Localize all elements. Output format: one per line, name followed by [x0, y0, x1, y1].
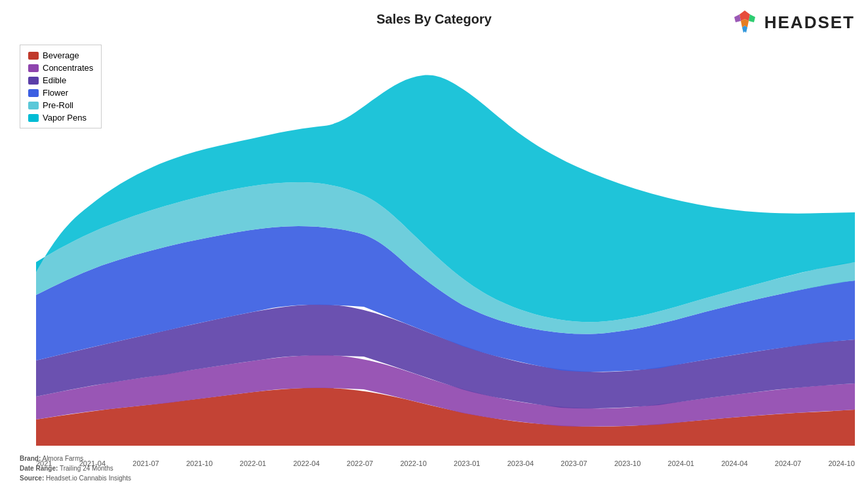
footer-date-range: Date Range: Trailing 24 Months — [20, 463, 131, 473]
chart-svg — [36, 39, 855, 446]
chart-container: HEADSET Sales By Category Beverage Conce… — [0, 0, 868, 487]
x-axis-label: 2024-10 — [828, 459, 854, 467]
x-axis-label: 2021-10 — [186, 459, 212, 467]
x-axis-label: 2021-07 — [132, 459, 159, 467]
footer-brand: Brand: Almora Farms — [20, 454, 131, 463]
x-axis-label: 2022-04 — [293, 459, 319, 467]
x-axis-label: 2024-07 — [775, 459, 801, 467]
x-axis-label: 2022-01 — [240, 459, 266, 467]
logo: HEADSET — [730, 8, 855, 37]
footer-info: Brand: Almora Farms Date Range: Trailing… — [20, 454, 131, 483]
x-axis-label: 2024-04 — [721, 459, 747, 467]
logo-icon — [730, 8, 759, 37]
x-axis-label: 2023-07 — [561, 459, 587, 467]
x-axis-label: 2023-04 — [507, 459, 534, 467]
x-axis: 20212021-042021-072021-102022-012022-042… — [36, 459, 855, 467]
footer-source: Source: Headset.io Cannabis Insights — [20, 473, 131, 483]
x-axis-label: 2024-01 — [668, 459, 694, 467]
x-axis-label: 2022-10 — [400, 459, 426, 467]
x-axis-label: 2022-07 — [347, 459, 373, 467]
x-axis-label: 2023-10 — [614, 459, 641, 467]
x-axis-label: 2023-01 — [454, 459, 480, 467]
logo-text: HEADSET — [764, 12, 855, 33]
